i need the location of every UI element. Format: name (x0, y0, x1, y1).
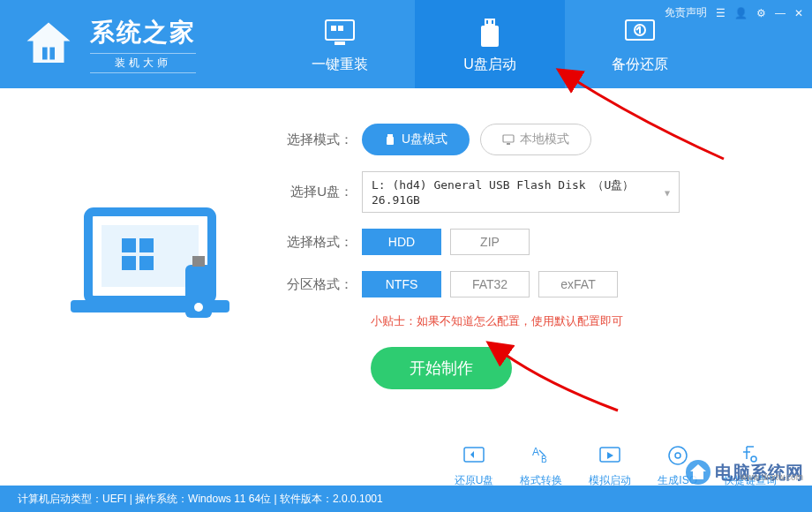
svg-rect-14 (122, 238, 136, 252)
usb-small-icon (384, 133, 396, 146)
user-icon[interactable]: 👤 (734, 7, 748, 19)
usb-select-row: 选择U盘： L: (hd4) General USB Flash Disk （U… (282, 171, 759, 213)
logo-area: 系统之家 装机大师 (0, 13, 265, 75)
svg-text:B: B (541, 455, 547, 464)
svg-rect-25 (507, 143, 510, 145)
watermark-icon (685, 459, 711, 486)
tab-label: 一键重装 (312, 56, 368, 74)
tab-reinstall[interactable]: 一键重装 (265, 0, 415, 88)
tool-simulate-boot[interactable]: 模拟启动 (589, 441, 631, 488)
local-mode-button[interactable]: 本地模式 (480, 124, 591, 155)
logo-title: 系统之家 (90, 16, 196, 49)
partition-row: 分区格式： NTFS FAT32 exFAT (282, 271, 759, 297)
partition-fat32-button[interactable]: FAT32 (450, 271, 530, 297)
restore-usb-icon (462, 443, 486, 468)
menu-icon[interactable]: ☰ (716, 7, 726, 19)
header: 系统之家 装机大师 一键重装 U盘启动 备份还原 免责声明 ☰ 👤 ⚙ — ✕ (0, 0, 812, 88)
svg-rect-23 (387, 137, 394, 145)
format-zip-button[interactable]: ZIP (450, 229, 530, 255)
tool-format-convert[interactable]: AB 格式转换 (520, 441, 562, 488)
mode-row: 选择模式： U盘模式 本地模式 (282, 124, 759, 155)
usb-select-label: 选择U盘： (282, 184, 362, 200)
svg-rect-7 (481, 26, 499, 47)
svg-rect-3 (335, 41, 345, 45)
format-hdd-button[interactable]: HDD (362, 229, 441, 255)
usb-mode-button[interactable]: U盘模式 (362, 124, 470, 155)
tab-label: 备份还原 (612, 56, 668, 74)
usb-mode-label: U盘模式 (402, 132, 447, 147)
svg-rect-4 (331, 26, 336, 31)
partition-label: 分区格式： (282, 276, 362, 293)
settings-icon[interactable]: ⚙ (756, 7, 766, 19)
close-icon[interactable]: ✕ (794, 7, 803, 19)
svg-text:A: A (532, 446, 539, 458)
convert-icon: AB (529, 443, 553, 468)
window-controls: 免责声明 ☰ 👤 ⚙ — ✕ (665, 5, 803, 20)
svg-rect-16 (122, 256, 136, 270)
partition-exfat-button[interactable]: exFAT (538, 271, 618, 297)
svg-rect-6 (485, 19, 495, 26)
laptop-usb-illustration (62, 194, 238, 353)
svg-rect-8 (486, 20, 488, 24)
tab-usb-boot[interactable]: U盘启动 (415, 0, 565, 88)
local-mode-label: 本地模式 (520, 132, 569, 147)
svg-rect-17 (139, 256, 154, 270)
tool-restore-usb[interactable]: 还原U盘 (455, 441, 494, 488)
disclaimer-link[interactable]: 免责声明 (665, 5, 707, 20)
svg-point-31 (669, 447, 687, 464)
format-row: 选择格式： HDD ZIP (282, 229, 759, 255)
svg-point-21 (194, 303, 203, 312)
main-content: 选择模式： U盘模式 本地模式 选择U盘： L: (hd4) General U… (0, 88, 812, 441)
svg-rect-20 (192, 256, 205, 267)
svg-rect-24 (503, 135, 514, 142)
monitor-icon (322, 15, 357, 50)
format-label: 选择格式： (282, 234, 362, 251)
chevron-down-icon: ▼ (665, 187, 670, 197)
usb-select[interactable]: L: (hd4) General USB Flash Disk （U盘）26.9… (362, 171, 680, 213)
svg-rect-9 (492, 20, 493, 24)
start-button[interactable]: 开始制作 (371, 347, 512, 389)
usb-drive-icon (472, 15, 508, 50)
mode-label: 选择模式： (282, 132, 362, 148)
svg-rect-0 (42, 48, 48, 60)
status-bar: 计算机启动类型：UEFI | 操作系统：Windows 11 64位 | 软件版… (0, 486, 812, 512)
form-area: 选择模式： U盘模式 本地模式 选择U盘： L: (hd4) General U… (282, 124, 759, 424)
restore-icon (622, 15, 658, 50)
monitor-small-icon (502, 133, 515, 146)
svg-marker-30 (607, 452, 613, 459)
tab-label: U盘启动 (463, 56, 516, 74)
svg-rect-15 (139, 238, 154, 252)
logo-house-icon (18, 13, 79, 75)
svg-rect-5 (338, 26, 343, 31)
svg-rect-22 (387, 134, 393, 137)
logo-text: 系统之家 装机大师 (90, 16, 196, 73)
usb-select-value: L: (hd4) General USB Flash Disk （U盘）26.9… (372, 178, 634, 207)
svg-point-32 (675, 453, 680, 458)
minimize-icon[interactable]: — (775, 7, 786, 19)
svg-rect-1 (49, 48, 55, 60)
partition-ntfs-button[interactable]: NTFS (362, 271, 441, 297)
logo-subtitle: 装机大师 (90, 53, 196, 73)
watermark-url: www.dnxtw.com (741, 472, 803, 482)
tip-text: 小贴士：如果不知道怎么配置，使用默认配置即可 (371, 313, 759, 329)
simulate-icon (598, 443, 622, 468)
illustration (53, 124, 247, 424)
